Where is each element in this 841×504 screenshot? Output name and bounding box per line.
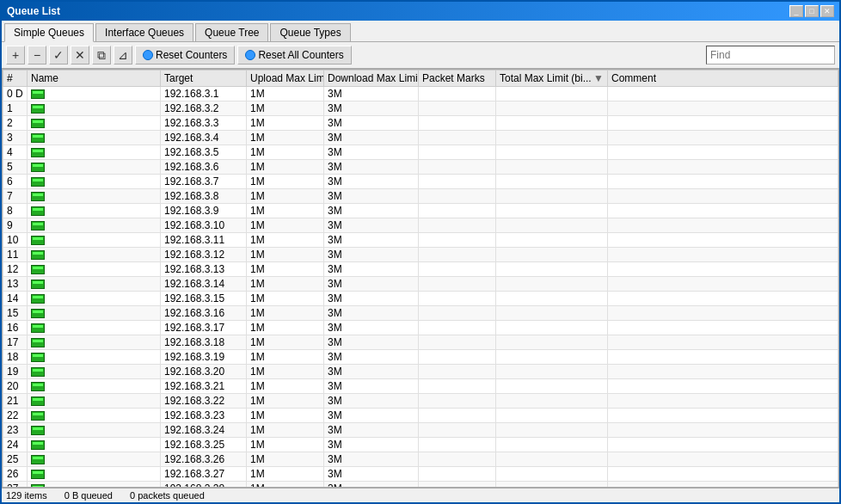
table-row[interactable]: 25 192.168.3.261M3M	[3, 452, 838, 467]
table-row[interactable]: 17 192.168.3.181M3M	[3, 335, 838, 350]
reset-counters-circle-icon	[143, 50, 153, 60]
cell-id: 4	[3, 145, 28, 160]
cell-upload: 1M	[247, 160, 324, 175]
table-row[interactable]: 12 192.168.3.131M3M	[3, 262, 838, 277]
table-row[interactable]: 16 192.168.3.171M3M	[3, 321, 838, 335]
table-row[interactable]: 20 192.168.3.211M3M	[3, 379, 838, 394]
table-row[interactable]: 1 192.168.3.21M3M	[3, 101, 838, 116]
cell-packet-marks	[419, 467, 496, 482]
disable-button[interactable]: ✕	[71, 46, 89, 65]
cell-target: 192.168.3.17	[161, 321, 247, 335]
close-button[interactable]: ✕	[820, 5, 834, 17]
cell-name	[28, 452, 161, 467]
cell-comment	[608, 467, 838, 482]
cell-download: 3M	[324, 438, 419, 452]
cell-download: 3M	[324, 101, 419, 116]
filter-button[interactable]: ⊿	[114, 46, 132, 65]
cell-packet-marks	[419, 218, 496, 233]
reset-counters-label: Reset Counters	[156, 49, 227, 61]
tab-interface-queues[interactable]: Interface Queues	[95, 23, 193, 41]
cell-download: 3M	[324, 248, 419, 262]
cell-name	[28, 101, 161, 116]
col-header-total[interactable]: Total Max Limit (bi...▼	[496, 71, 608, 87]
table-row[interactable]: 19 192.168.3.201M3M	[3, 365, 838, 379]
tab-simple-queues[interactable]: Simple Queues	[4, 23, 94, 42]
table-row[interactable]: 4 192.168.3.51M3M	[3, 145, 838, 160]
status-bar: 129 items 0 B queued 0 packets queued	[2, 488, 839, 502]
toolbar: + − ✓ ✕ ⧉ ⊿ Reset Counters Reset All Cou…	[2, 42, 839, 69]
table-row[interactable]: 11 192.168.3.121M3M	[3, 248, 838, 262]
cell-total-max	[496, 160, 608, 175]
cell-upload: 1M	[247, 321, 324, 335]
table-row[interactable]: 13 192.168.3.141M3M	[3, 277, 838, 292]
col-header-download[interactable]: Download Max Limit	[324, 71, 419, 87]
table-row[interactable]: 24 192.168.3.251M3M	[3, 438, 838, 452]
cell-comment	[608, 394, 838, 409]
cell-upload: 1M	[247, 218, 324, 233]
col-header-name[interactable]: Name	[28, 71, 161, 87]
cell-total-max	[496, 335, 608, 350]
table-header-row: # Name Target Upload Max Limit Download …	[3, 71, 838, 87]
cell-total-max	[496, 248, 608, 262]
table-row[interactable]: 6 192.168.3.71M3M	[3, 175, 838, 189]
cell-upload: 1M	[247, 145, 324, 160]
table-row[interactable]: 27 192.168.3.281M3M	[3, 482, 838, 489]
col-header-target[interactable]: Target	[161, 71, 247, 87]
cell-id: 12	[3, 262, 28, 277]
cell-total-max	[496, 452, 608, 467]
col-header-upload[interactable]: Upload Max Limit	[247, 71, 324, 87]
cell-upload: 1M	[247, 248, 324, 262]
cell-total-max	[496, 423, 608, 438]
cell-upload: 1M	[247, 175, 324, 189]
table-row[interactable]: 0 D 192.168.3.11M3M	[3, 87, 838, 101]
table-row[interactable]: 22 192.168.3.231M3M	[3, 409, 838, 423]
table-row[interactable]: 5 192.168.3.61M3M	[3, 160, 838, 175]
enable-button[interactable]: ✓	[49, 46, 68, 65]
packets-queued: 0 packets queued	[130, 490, 205, 501]
cell-total-max	[496, 262, 608, 277]
table-row[interactable]: 15 192.168.3.161M3M	[3, 306, 838, 321]
reset-all-counters-button[interactable]: Reset All Counters	[237, 46, 351, 65]
table-row[interactable]: 21 192.168.3.221M3M	[3, 394, 838, 409]
table-row[interactable]: 26 192.168.3.271M3M	[3, 467, 838, 482]
cell-name	[28, 204, 161, 218]
cell-id: 27	[3, 482, 28, 489]
reset-counters-button[interactable]: Reset Counters	[135, 46, 235, 65]
search-input[interactable]	[706, 46, 835, 65]
cell-packet-marks	[419, 394, 496, 409]
tab-queue-tree[interactable]: Queue Tree	[195, 23, 268, 41]
cell-id: 23	[3, 423, 28, 438]
cell-upload: 1M	[247, 423, 324, 438]
cell-name	[28, 116, 161, 131]
table-row[interactable]: 9 192.168.3.101M3M	[3, 218, 838, 233]
remove-button[interactable]: −	[28, 46, 46, 65]
cell-total-max	[496, 482, 608, 489]
add-button[interactable]: +	[6, 46, 25, 65]
cell-packet-marks	[419, 277, 496, 292]
cell-upload: 1M	[247, 204, 324, 218]
table-container[interactable]: # Name Target Upload Max Limit Download …	[2, 69, 839, 488]
tab-queue-types[interactable]: Queue Types	[270, 23, 350, 41]
col-header-comment[interactable]: Comment	[608, 71, 838, 87]
cell-comment	[608, 189, 838, 204]
table-row[interactable]: 8 192.168.3.91M3M	[3, 204, 838, 218]
col-header-hash[interactable]: #	[3, 71, 28, 87]
maximize-button[interactable]: □	[805, 5, 819, 17]
copy-button[interactable]: ⧉	[92, 46, 111, 65]
table-row[interactable]: 23 192.168.3.241M3M	[3, 423, 838, 438]
cell-id: 16	[3, 321, 28, 335]
table-row[interactable]: 3 192.168.3.41M3M	[3, 131, 838, 145]
table-row[interactable]: 10 192.168.3.111M3M	[3, 233, 838, 248]
cell-total-max	[496, 87, 608, 101]
cell-packet-marks	[419, 335, 496, 350]
table-row[interactable]: 14 192.168.3.151M3M	[3, 292, 838, 306]
minimize-button[interactable]: _	[789, 5, 803, 17]
table-row[interactable]: 2 192.168.3.31M3M	[3, 116, 838, 131]
cell-total-max	[496, 116, 608, 131]
table-row[interactable]: 18 192.168.3.191M3M	[3, 350, 838, 365]
cell-comment	[608, 248, 838, 262]
col-header-packet[interactable]: Packet Marks	[419, 71, 496, 87]
table-row[interactable]: 7 192.168.3.81M3M	[3, 189, 838, 204]
cell-download: 3M	[324, 292, 419, 306]
cell-target: 192.168.3.26	[161, 452, 247, 467]
